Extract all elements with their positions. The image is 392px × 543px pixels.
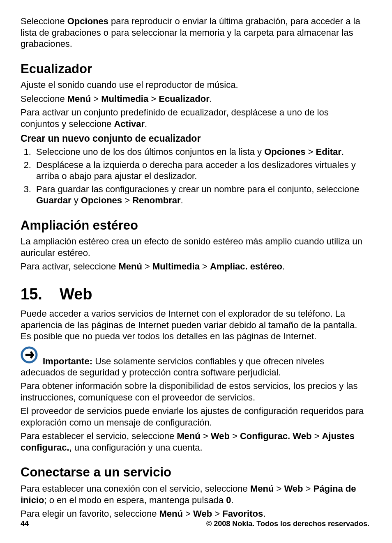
- eq-paragraph-1: Ajuste el sonido cuando use el reproduct…: [21, 79, 369, 91]
- paragraph-opciones: Seleccione Opciones para reproducir o en…: [21, 16, 369, 50]
- chapter-heading-web: 15.Web: [21, 285, 369, 304]
- web-paragraph-1: Puede acceder a varios servicios de Inte…: [21, 308, 369, 342]
- eq-paragraph-2: Seleccione Menú > Multimedia > Ecualizad…: [21, 93, 369, 105]
- eq-paragraph-3: Para activar un conjunto predefinido de …: [21, 107, 369, 129]
- heading-connect: Conectarse a un servicio: [21, 465, 369, 481]
- list-item: Para guardar las configuraciones y crear…: [34, 184, 369, 206]
- web-paragraph-2: Para obtener información sobre la dispon…: [21, 380, 369, 403]
- web-paragraph-4: Para establecer el servicio, seleccione …: [21, 430, 369, 453]
- heading-stereo: Ampliación estéreo: [21, 218, 369, 234]
- important-icon: [21, 346, 40, 366]
- heading-eq-new: Crear un nuevo conjunto de ecualizador: [21, 133, 369, 145]
- list-item: Seleccione uno de los dos últimos conjun…: [34, 146, 369, 158]
- page-footer: 44 © 2008 Nokia. Todos los derechos rese…: [21, 519, 369, 529]
- copyright-text: © 2008 Nokia. Todos los derechos reserva…: [206, 519, 369, 529]
- web-paragraph-3: El proveedor de servicios puede enviarle…: [21, 405, 369, 428]
- list-item: Desplácese a la izquierda o derecha para…: [34, 159, 369, 182]
- important-note: Importante: Use solamente servicios conf…: [21, 346, 369, 378]
- stereo-paragraph-2: Para activar, seleccione Menú > Multimed…: [21, 261, 369, 272]
- page-number: 44: [21, 519, 29, 529]
- eq-new-list: Seleccione uno de los dos últimos conjun…: [21, 146, 369, 206]
- connect-paragraph-1: Para establecer una conexión con el serv…: [21, 483, 369, 506]
- stereo-paragraph-1: La ampliación estéreo crea un efecto de …: [21, 236, 369, 258]
- connect-paragraph-2: Para elegir un favorito, seleccione Menú…: [21, 508, 369, 520]
- heading-ecualizador: Ecualizador: [21, 61, 369, 77]
